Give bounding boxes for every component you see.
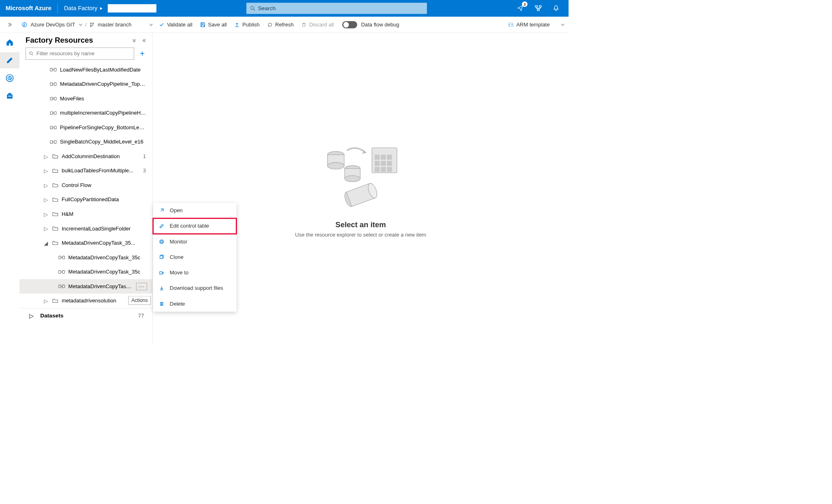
svg-rect-2: [535, 6, 537, 7]
folder-label: AddColumninDestination: [62, 153, 140, 159]
svg-line-19: [32, 54, 33, 56]
caret-right-icon: ▶: [100, 7, 102, 11]
folder-item[interactable]: ▷IncrementalLoadSingleFolder: [20, 222, 152, 236]
svg-rect-20: [50, 68, 53, 71]
ctx-monitor[interactable]: Monitor: [153, 234, 237, 249]
pipeline-item[interactable]: multipleIncrementalCopyPipelineHy...: [20, 106, 152, 120]
search-icon: [29, 51, 34, 56]
edit-icon: [159, 223, 165, 229]
folder-icon: [52, 168, 58, 173]
folder-icon: [52, 241, 58, 245]
rail-author[interactable]: [0, 52, 20, 68]
svg-point-67: [161, 241, 163, 243]
data-flow-debug-toggle[interactable]: Data flow debug: [338, 21, 404, 28]
monitor-icon: [159, 239, 165, 245]
pipeline-item-selected[interactable]: MetadataDrivenCopyTask_3... ··· Actions: [20, 279, 152, 294]
pipeline-item[interactable]: PipelineForSingleCopy_BottomLevel...: [20, 120, 152, 135]
pipeline-item[interactable]: MetadataDrivenCopyTask_35c: [20, 250, 152, 265]
toggle-switch[interactable]: [342, 21, 357, 28]
collapse-down-icon[interactable]: [132, 38, 137, 43]
resource-tree: LoadNewFilesByLastModifiedDate MetadataD…: [20, 63, 152, 345]
open-icon: [159, 207, 165, 213]
folder-item[interactable]: ▷Control Flow: [20, 178, 152, 193]
svg-rect-41: [59, 271, 61, 274]
branch-selector[interactable]: master branch: [87, 22, 155, 28]
pipeline-icon: [50, 82, 56, 87]
rail-monitor[interactable]: [0, 70, 20, 86]
folder-item-expanded[interactable]: ◢MetadataDrivenCopyTask_35...: [20, 236, 152, 250]
pipeline-item[interactable]: LoadNewFilesByLastModifiedDate: [20, 63, 152, 77]
git-icon: [22, 22, 27, 28]
save-all-button[interactable]: Save all: [196, 22, 230, 28]
empty-title: Select an item: [335, 220, 386, 229]
folder-item[interactable]: ▷AddColumninDestination1: [20, 149, 152, 164]
svg-rect-10: [202, 23, 203, 24]
ctx-move-to[interactable]: Move to: [153, 265, 237, 280]
ctx-download[interactable]: Download support files: [153, 280, 237, 296]
pipeline-item[interactable]: MetadataDrivenCopyPipeline_TopLe...: [20, 77, 152, 91]
expand-rail-icon[interactable]: [0, 22, 20, 28]
search-input[interactable]: [258, 5, 423, 12]
discard-label: Discard all: [309, 22, 334, 28]
pipeline-item[interactable]: SingleBatchCopy_MiddleLevel_e16: [20, 135, 152, 149]
factory-name-redacted: [108, 4, 156, 13]
ctx-move-label: Move to: [170, 270, 189, 276]
svg-point-18: [30, 52, 33, 54]
folder-label: IncrementalLoadSingleFolder: [62, 226, 147, 232]
ctx-open[interactable]: Open: [153, 203, 237, 218]
pipeline-icon: [50, 125, 56, 130]
save-icon: [200, 22, 205, 27]
folder-icon: [52, 183, 58, 188]
caret-down-icon: ◢: [43, 240, 49, 246]
folder-label: MetadataDrivenCopyTask_35...: [62, 240, 147, 246]
ctx-delete[interactable]: Delete: [153, 296, 237, 312]
validate-all-button[interactable]: Validate all: [155, 22, 196, 28]
folder-item[interactable]: ▷FullCopyPartitionedData: [20, 193, 152, 207]
svg-rect-45: [62, 285, 65, 288]
refresh-button[interactable]: Refresh: [263, 22, 298, 28]
git-selector[interactable]: Azure DevOps GIT: [20, 22, 85, 28]
global-search[interactable]: [246, 3, 427, 14]
folder-item[interactable]: ▷bulkLoadTablesFromMultiple...3: [20, 164, 152, 178]
chevron-down-icon: [149, 23, 153, 27]
service-breadcrumb[interactable]: Data Factory ▶: [64, 5, 102, 11]
collapse-left-icon[interactable]: [142, 38, 146, 43]
rail-manage[interactable]: [0, 88, 20, 104]
git-label: Azure DevOps GIT: [30, 22, 75, 28]
ctx-clone[interactable]: Clone: [153, 250, 237, 265]
resources-filter-row: +: [20, 48, 152, 63]
svg-rect-36: [54, 141, 56, 143]
caret-right-icon: ▷: [43, 211, 49, 217]
svg-rect-32: [50, 126, 53, 129]
svg-rect-54: [375, 154, 380, 159]
publish-button[interactable]: Publish: [230, 22, 263, 28]
notifications-icon[interactable]: 3: [517, 5, 524, 12]
discard-all-button[interactable]: Discard all: [298, 22, 338, 28]
svg-rect-38: [59, 256, 61, 259]
resources-title: Factory Resources: [26, 36, 93, 45]
datasets-section[interactable]: ▷ Datasets 77: [20, 308, 152, 323]
more-actions-button[interactable]: ···: [136, 282, 147, 290]
pipeline-item[interactable]: MetadataDrivenCopyTask_35c: [20, 265, 152, 279]
alerts-icon[interactable]: [552, 5, 560, 12]
svg-rect-62: [387, 167, 392, 172]
svg-point-49: [327, 162, 344, 169]
add-resource-button[interactable]: +: [138, 49, 146, 58]
svg-rect-59: [387, 161, 392, 165]
folder-label: bulkLoadTablesFromMultiple...: [62, 168, 140, 174]
arm-template-button[interactable]: ARM template: [504, 22, 569, 28]
pipeline-item[interactable]: MoveFiles: [20, 91, 152, 106]
svg-rect-68: [160, 256, 163, 259]
pipeline-label: PipelineForSingleCopy_BottomLevel...: [60, 124, 147, 130]
folder-icon: [52, 226, 58, 231]
ctx-edit-control-table[interactable]: Edit control table: [153, 218, 237, 234]
refresh-label: Refresh: [275, 22, 293, 28]
publish-icon: [235, 22, 239, 27]
folder-item[interactable]: ▷H&M: [20, 207, 152, 222]
caret-right-icon: ▷: [29, 312, 33, 319]
connections-icon[interactable]: [535, 5, 542, 12]
filter-box[interactable]: [26, 48, 135, 60]
save-label: Save all: [208, 22, 227, 28]
rail-home[interactable]: [0, 35, 20, 51]
filter-input[interactable]: [37, 50, 131, 56]
